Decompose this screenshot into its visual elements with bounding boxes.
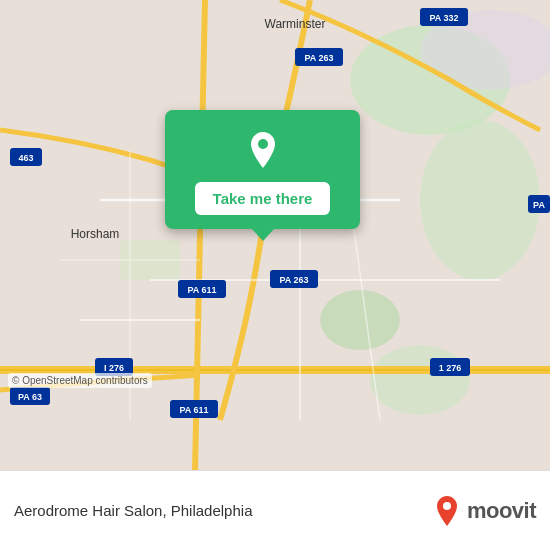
svg-point-39 — [258, 139, 268, 149]
svg-text:Warminster: Warminster — [265, 17, 326, 31]
popup-card: Take me there — [165, 110, 360, 229]
svg-text:PA 263: PA 263 — [279, 275, 308, 285]
svg-text:PA 611: PA 611 — [179, 405, 208, 415]
svg-text:PA 611: PA 611 — [187, 285, 216, 295]
moovit-pin-icon — [433, 494, 461, 528]
place-name: Aerodrome Hair Salon, Philadelphia — [14, 502, 252, 519]
svg-text:463: 463 — [18, 153, 33, 163]
location-pin-icon — [241, 128, 285, 172]
svg-text:PA: PA — [533, 200, 545, 210]
moovit-logo: moovit — [433, 494, 536, 528]
svg-text:Horsham: Horsham — [71, 227, 120, 241]
svg-text:I 276: I 276 — [104, 363, 124, 373]
svg-point-2 — [420, 120, 540, 280]
take-me-there-button[interactable]: Take me there — [195, 182, 331, 215]
map-attribution: © OpenStreetMap contributors — [8, 373, 152, 388]
bottom-bar: Aerodrome Hair Salon, Philadelphia moovi… — [0, 470, 550, 550]
svg-text:1 276: 1 276 — [439, 363, 462, 373]
moovit-brand-label: moovit — [467, 498, 536, 524]
map-container: I 276 1 276 PA 332 PA 263 PA 263 PA 611 … — [0, 0, 550, 470]
svg-text:PA 263: PA 263 — [304, 53, 333, 63]
svg-point-3 — [320, 290, 400, 350]
svg-point-40 — [443, 502, 451, 510]
svg-text:PA 332: PA 332 — [429, 13, 458, 23]
svg-text:PA 63: PA 63 — [18, 392, 42, 402]
svg-point-4 — [370, 345, 470, 415]
